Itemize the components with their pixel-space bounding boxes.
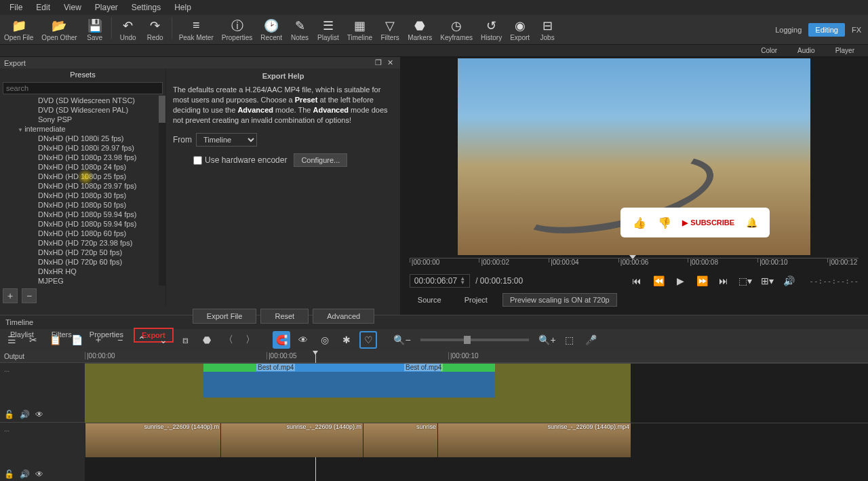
menu-help[interactable]: Help: [167, 1, 198, 14]
preset-item[interactable]: DNxHD (HD 720p 50 fps): [0, 248, 165, 257]
toolbar-jobs[interactable]: ⊟Jobs: [534, 17, 561, 43]
tl-zoom-fit-button[interactable]: ⬚: [560, 331, 578, 349]
lock-icon[interactable]: 🔓: [4, 469, 14, 479]
preset-item[interactable]: DVD (SD Widescreen NTSC): [0, 96, 165, 105]
toolbar-properties[interactable]: ⓘProperties: [218, 17, 257, 43]
toolbar-notes[interactable]: ✎Notes: [286, 17, 313, 43]
panel-float-icon[interactable]: ❐: [372, 58, 384, 67]
toolbar-history[interactable]: ↺History: [477, 17, 506, 43]
grid-button[interactable]: ⊞▾: [757, 273, 776, 289]
toolbar-keyframes[interactable]: ◷Keyframes: [436, 17, 477, 43]
preset-item[interactable]: DNxHD (HD 1080p 30 fps): [0, 191, 165, 200]
preset-item[interactable]: MJPEG: [0, 276, 165, 286]
toolbar-peak-meter[interactable]: ≡Peak Meter: [175, 17, 218, 43]
hide-icon[interactable]: 👁: [35, 469, 43, 479]
timeline-ruler[interactable]: |00:00:00|00:00:05|00:00:10: [85, 351, 868, 363]
scaling-indicator[interactable]: Preview scaling is ON at 720p: [502, 293, 617, 307]
tl-prev-button[interactable]: 〈: [220, 331, 237, 349]
panel-close-icon[interactable]: ✕: [384, 58, 396, 67]
layout-player[interactable]: Player: [835, 47, 854, 54]
preset-item[interactable]: DNxHR HQ: [0, 267, 165, 276]
rewind-button[interactable]: ⏪: [649, 273, 668, 289]
preset-remove-button[interactable]: −: [22, 288, 37, 303]
tl-zoom-in-button[interactable]: 🔍+: [538, 331, 556, 349]
menu-file[interactable]: File: [3, 1, 29, 14]
presets-list[interactable]: DVD (SD Widescreen NTSC)DVD (SD Widescre…: [0, 96, 165, 286]
skip-start-button[interactable]: ⏮: [627, 273, 646, 289]
tl-ripple-markers-button[interactable]: ♡: [359, 331, 377, 349]
tl-zoom-slider[interactable]: [420, 339, 529, 341]
export-file-button[interactable]: Export File: [193, 309, 257, 324]
reset-button[interactable]: Reset: [260, 309, 309, 324]
project-button[interactable]: Project: [456, 294, 496, 306]
tl-scrub-button[interactable]: 👁: [294, 331, 312, 349]
preset-item[interactable]: DVD (SD Widescreen PAL): [0, 105, 165, 115]
skip-end-button[interactable]: ⏭: [714, 273, 733, 289]
mute-icon[interactable]: 🔊: [20, 410, 30, 419]
tl-overwrite-button[interactable]: ⌄: [155, 331, 172, 349]
mode-editing[interactable]: Editing: [808, 23, 845, 37]
toolbar-filters[interactable]: ▽Filters: [376, 17, 403, 43]
toolbar-export[interactable]: ◉Export: [506, 17, 534, 43]
source-button[interactable]: Source: [410, 294, 450, 306]
tl-zoom-out-button[interactable]: 🔍−: [393, 331, 411, 349]
toolbar-redo[interactable]: ↷Redo: [142, 17, 169, 43]
preset-item[interactable]: DNxHD (HD 1080p 60 fps): [0, 229, 165, 238]
tl-ripple-all-button[interactable]: ✱: [338, 331, 355, 349]
mode-logging[interactable]: Logging: [768, 23, 808, 37]
track-1[interactable]: Best of.mp4 Best of.mp4: [85, 363, 868, 423]
play-button[interactable]: ▶: [671, 273, 690, 289]
preset-item[interactable]: Sony PSP: [0, 115, 165, 124]
zoom-fit-button[interactable]: ⬚▾: [736, 273, 755, 289]
toolbar-open-other[interactable]: 📂Open Other: [37, 17, 81, 43]
toolbar-save[interactable]: 💾Save: [81, 17, 108, 43]
preset-item[interactable]: DNxHD (HD 1080i 29.97 fps): [0, 143, 165, 153]
preset-item[interactable]: DNxHD (HD 720p 60 fps): [0, 257, 165, 267]
preview-ruler[interactable]: |00:00:00|00:00:02|00:00:04|00:00:06|00:…: [410, 258, 859, 271]
from-select[interactable]: Timeline: [196, 133, 257, 147]
toolbar-timeline[interactable]: ▦Timeline: [343, 17, 376, 43]
track-2[interactable]: sunrise_-_22609 (1440p).m sunrise_-_2260…: [85, 423, 868, 481]
advanced-button[interactable]: Advanced: [313, 309, 374, 324]
preset-item[interactable]: DNxHD (HD 1080p 23.98 fps): [0, 153, 165, 162]
track-header-v1[interactable]: ... 🔓🔊👁: [0, 362, 85, 422]
preset-item[interactable]: DNxHD (HD 1080p 59.94 fps): [0, 219, 165, 229]
track-header-v2[interactable]: ... 🔓🔊👁: [0, 422, 85, 481]
hw-encoder-checkbox[interactable]: [193, 156, 202, 165]
toolbar-open-file[interactable]: 📁Open File: [0, 17, 37, 43]
toolbar-recent[interactable]: 🕑Recent: [256, 17, 286, 43]
preset-item[interactable]: DNxHD (HD 1080p 29.97 fps): [0, 181, 165, 191]
preset-item[interactable]: DNxHD (HD 1080p 50 fps): [0, 200, 165, 210]
time-current[interactable]: 00:00:06:07▲▼: [410, 274, 470, 288]
mute-icon[interactable]: 🔊: [20, 469, 30, 479]
presets-search-input[interactable]: [3, 82, 163, 94]
tl-append-button[interactable]: ＋: [90, 331, 107, 349]
mode-fx[interactable]: FX: [845, 23, 868, 37]
toolbar-undo[interactable]: ↶Undo: [115, 17, 142, 43]
toolbar-markers[interactable]: ⬣Markers: [403, 17, 436, 43]
tl-cut-button[interactable]: ✂: [24, 331, 42, 349]
hide-icon[interactable]: 👁: [35, 410, 43, 419]
configure-button[interactable]: Configure...: [294, 153, 347, 167]
tl-menu-button[interactable]: ☰: [3, 331, 20, 349]
menu-view[interactable]: View: [57, 1, 88, 14]
volume-button[interactable]: 🔊: [779, 273, 798, 289]
lock-icon[interactable]: 🔓: [4, 410, 14, 419]
tl-snap-button[interactable]: 🧲: [273, 331, 290, 349]
tl-next-button[interactable]: 〉: [241, 331, 259, 349]
preset-item[interactable]: DNxHD (HD 1080i 25 fps): [0, 134, 165, 143]
preset-item[interactable]: DNxHD (HD 1080p 25 fps): [0, 172, 165, 181]
tl-marker-button[interactable]: ⬣: [198, 331, 216, 349]
tl-paste-button[interactable]: 📄: [68, 331, 85, 349]
menu-player[interactable]: Player: [88, 1, 125, 14]
preset-add-button[interactable]: +: [3, 288, 18, 303]
preset-item[interactable]: DNxHD (HD 720p 23.98 fps): [0, 238, 165, 248]
tl-copy-button[interactable]: 📋: [46, 331, 64, 349]
tl-record-button[interactable]: 🎤: [582, 331, 599, 349]
menu-settings[interactable]: Settings: [125, 1, 167, 14]
preset-item[interactable]: DNxHD (HD 1080p 24 fps): [0, 162, 165, 172]
layout-color[interactable]: Color: [761, 47, 777, 54]
menu-edit[interactable]: Edit: [29, 1, 57, 14]
toolbar-playlist[interactable]: ☰Playlist: [313, 17, 343, 43]
forward-button[interactable]: ⏩: [692, 273, 711, 289]
